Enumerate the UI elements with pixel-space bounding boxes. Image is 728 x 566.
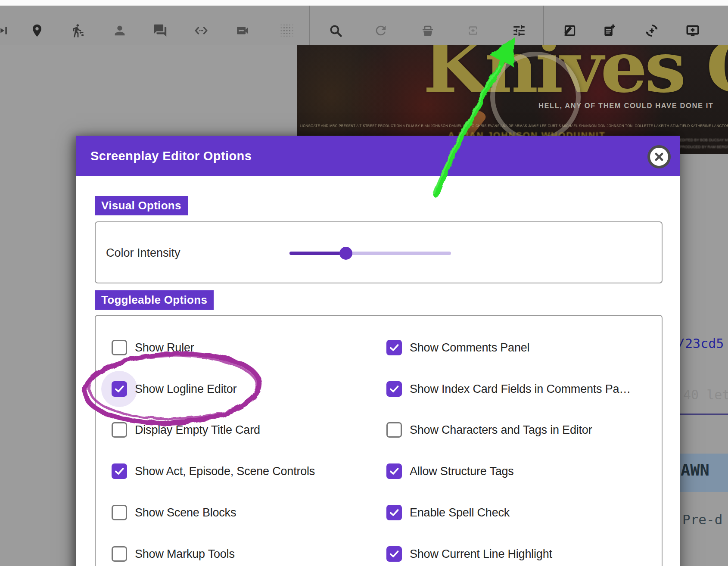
top-strip — [0, 0, 728, 6]
checkbox[interactable] — [386, 463, 402, 479]
redo-icon[interactable] — [373, 22, 389, 39]
checkbox[interactable] — [386, 340, 402, 355]
modal-header: Screenplay Editor Options — [76, 136, 680, 176]
toggle-row-show-logline-editor: Show Logline Editor — [112, 380, 236, 398]
poster-tagline: HELL, ANY OF THEM COULD HAVE DONE IT — [538, 102, 728, 110]
editor-highlight-text: AWN — [681, 461, 709, 479]
walking-person-icon[interactable] — [70, 22, 86, 39]
checkbox[interactable] — [386, 505, 402, 520]
checkbox[interactable] — [112, 463, 127, 479]
video-camera-icon[interactable] — [234, 22, 251, 39]
toggle-label: Show Scene Blocks — [135, 506, 236, 519]
toggleable-options-panel: Show Ruler Show Logline Editor Display E… — [95, 315, 663, 566]
checkbox[interactable] — [112, 505, 127, 520]
modal-title: Screenplay Editor Options — [90, 136, 252, 176]
screenplay-editor-options-modal: Screenplay Editor Options Visual Options… — [76, 136, 680, 566]
toggle-row-show-ruler: Show Ruler — [112, 339, 194, 356]
poster-credits-right: EDITED BY BOB DUCSAY MUSIC BY NATHAN JOH… — [680, 138, 728, 142]
toggle-label: Display Empty Title Card — [135, 423, 260, 437]
toolbar — [0, 6, 728, 45]
basket-icon[interactable] — [420, 22, 436, 39]
close-icon[interactable] — [647, 145, 671, 168]
checkbox[interactable] — [112, 546, 127, 562]
toggle-label: Show Logline Editor — [135, 383, 236, 396]
toggle-row-display-empty-title-card: Display Empty Title Card — [112, 421, 260, 438]
visual-options-panel: Color Intensity — [95, 221, 663, 283]
tune-sliders-icon[interactable] — [511, 22, 527, 39]
tab-partial-icon[interactable] — [0, 22, 11, 39]
code-dots-icon[interactable] — [193, 22, 209, 39]
toggle-row-show-index-card-fields: Show Index Card Fields in Comments Pa… — [386, 380, 631, 398]
color-intensity-label: Color Intensity — [106, 246, 180, 260]
checkbox[interactable] — [386, 422, 402, 438]
editor-predawn-fragment: Pre-d — [682, 512, 722, 527]
toggle-label: Enable Spell Check — [410, 506, 510, 519]
person-icon[interactable] — [112, 22, 128, 39]
location-pin-icon[interactable] — [29, 22, 45, 39]
toggle-row-show-comments-panel: Show Comments Panel — [386, 339, 529, 356]
checkbox[interactable] — [386, 381, 402, 397]
editor-divider-line — [680, 414, 728, 415]
checkbox[interactable] — [112, 422, 127, 438]
editor-hash-fragment: /23cd5 — [677, 336, 724, 351]
poster-credits: LIONSGATE AND MRC PRESENT A T-STREET PRO… — [300, 123, 728, 128]
sync-add-icon[interactable] — [644, 22, 660, 39]
toggle-label: Show Index Card Fields in Comments Pa… — [410, 383, 631, 396]
chat-bubbles-icon[interactable] — [152, 22, 168, 39]
checkbox[interactable] — [112, 381, 127, 397]
magnifier-ring — [490, 52, 581, 142]
toggle-row-show-current-line-highlight: Show Current Line Highlight — [386, 545, 552, 563]
toggle-row-allow-structure-tags: Allow Structure Tags — [386, 463, 514, 480]
add-frame-icon[interactable] — [465, 22, 481, 39]
toggle-label: Show Characters and Tags in Editor — [410, 423, 592, 437]
toggle-label: Show Ruler — [135, 341, 194, 355]
display-add-icon[interactable] — [684, 22, 701, 39]
visual-options-heading: Visual Options — [95, 196, 188, 215]
toggle-row-show-act-episode-scene-controls: Show Act, Episode, Scene Controls — [112, 463, 315, 480]
toggle-row-show-markup-tools: Show Markup Tools — [112, 545, 235, 563]
note-add-icon[interactable] — [601, 22, 617, 39]
editor-letters-fragment: 40 let — [683, 387, 728, 402]
toggle-label: Show Current Line Highlight — [410, 547, 552, 561]
toggle-row-show-characters-and-tags: Show Characters and Tags in Editor — [386, 421, 592, 438]
toggle-label: Allow Structure Tags — [410, 465, 514, 478]
toggleable-options-heading: Toggleable Options — [95, 290, 214, 310]
toggle-row-enable-spell-check: Enable Spell Check — [386, 504, 510, 521]
toggle-label: Show Comments Panel — [410, 341, 529, 355]
dot-grid-icon[interactable] — [279, 22, 295, 39]
edit-note-icon[interactable] — [562, 22, 578, 39]
toggle-row-show-scene-blocks: Show Scene Blocks — [112, 504, 236, 521]
toggle-label: Show Act, Episode, Scene Controls — [135, 465, 315, 478]
toolbar-divider — [309, 6, 310, 45]
toolbar-divider — [543, 6, 544, 45]
color-intensity-slider[interactable] — [289, 245, 451, 262]
screen: Knives Out HELL, ANY OF THEM COULD HAVE … — [0, 0, 728, 566]
slider-fill — [289, 252, 346, 255]
checkbox[interactable] — [386, 546, 402, 562]
search-icon[interactable] — [327, 22, 344, 39]
poster-credits-right: PRODUCED BY RAM BERGMAN WRITTEN AND DIRE… — [680, 145, 728, 149]
toggle-label: Show Markup Tools — [135, 547, 235, 561]
slider-thumb[interactable] — [339, 247, 352, 260]
checkbox[interactable] — [112, 340, 127, 355]
